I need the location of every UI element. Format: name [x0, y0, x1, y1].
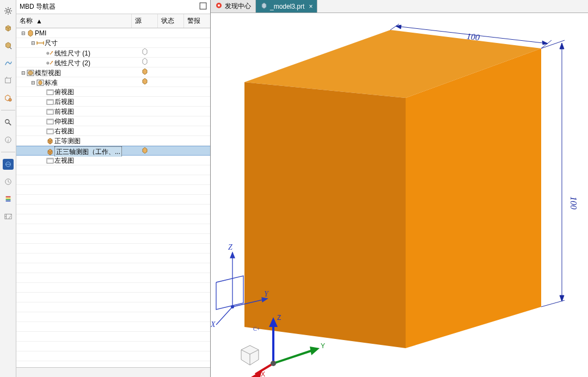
discover-icon — [215, 2, 223, 11]
tree-row-empty — [16, 185, 210, 195]
expand-collapse-icon[interactable]: ⊟ — [30, 38, 36, 47]
tree-row-empty — [16, 283, 210, 293]
expand-collapse-icon[interactable]: ⊟ — [30, 78, 36, 88]
tree-item-label: 左视图 — [54, 156, 74, 165]
tree-row[interactable]: ⊟标准 — [16, 77, 210, 87]
tree-row[interactable]: ⊟尺寸 — [16, 38, 210, 48]
tree-item-label: 后视图 — [54, 97, 74, 106]
tree-row[interactable]: ⊟PMI — [16, 28, 210, 38]
tree-row[interactable]: ⊟模型视图 — [16, 67, 210, 77]
col-header-state[interactable]: 状态 — [158, 14, 184, 28]
svg-rect-34 — [47, 90, 53, 91]
box-icon[interactable] — [3, 75, 14, 86]
view-icon — [46, 157, 54, 164]
tree-row-empty — [16, 195, 210, 205]
tree-cell-alert — [184, 77, 210, 88]
tree-cell-alert — [184, 87, 210, 96]
linear-dim-icon — [46, 50, 54, 57]
svg-rect-42 — [47, 129, 53, 130]
tree-row-empty — [16, 273, 210, 283]
tree-row[interactable]: 线性尺寸 (1) — [16, 48, 210, 58]
svg-rect-22 — [5, 201, 10, 202]
tree-row-empty — [16, 361, 210, 367]
tree-item-label: 模型视图 — [35, 68, 61, 78]
tree-item-label: 右视图 — [54, 126, 74, 135]
config-icon[interactable] — [3, 211, 14, 222]
svg-line-61 — [216, 307, 232, 325]
tab[interactable]: 发现中心 — [211, 0, 256, 13]
axis-z-label: Z — [228, 243, 232, 252]
tree-row-empty — [16, 293, 210, 302]
globe-icon[interactable] — [3, 159, 14, 170]
history-icon[interactable] — [3, 176, 14, 187]
viewcube[interactable] — [238, 343, 262, 367]
triad-x-label: X — [261, 370, 265, 377]
tree-label: 前视图 — [16, 107, 132, 116]
tree-label: 右视图 — [16, 126, 132, 135]
tab-bar: 发现中心_model3.prt× — [211, 0, 588, 13]
tree-row[interactable]: 正三轴测图（工作、... — [16, 146, 210, 156]
tree-cell-source — [132, 126, 158, 135]
tree-row[interactable]: 线性尺寸 (2) — [16, 58, 210, 67]
cube-icon[interactable] — [3, 23, 14, 34]
tree-cell-alert — [184, 107, 210, 116]
axis-x-label: X — [211, 320, 216, 329]
dim-leader-right — [541, 40, 565, 307]
navigator-tree[interactable]: ⊟PMI⊟尺寸线性尺寸 (1)线性尺寸 (2)⊟模型视图⊟标准俯视图后视图前视图… — [16, 28, 210, 367]
tree-label: ⊟PMI — [16, 28, 132, 38]
svg-line-6 — [10, 13, 11, 14]
separator — [1, 110, 15, 110]
search-icon[interactable] — [3, 117, 14, 128]
triad-y-label: Y — [321, 342, 325, 350]
draft-icon[interactable] — [3, 92, 14, 103]
col-header-source[interactable]: 源 — [132, 14, 158, 28]
tree-row[interactable]: 正等测图 — [16, 136, 210, 146]
close-icon[interactable]: × — [309, 3, 313, 10]
tree-cell-source — [132, 116, 158, 126]
svg-point-0 — [7, 9, 9, 12]
tree-item-label: 尺寸 — [45, 38, 58, 47]
tree-item-label: 线性尺寸 (1) — [54, 48, 90, 58]
tree-row[interactable]: 仰视图 — [16, 116, 210, 126]
svg-point-13 — [5, 120, 9, 123]
tree-cell-state — [158, 136, 184, 145]
tree-row[interactable]: 后视图 — [16, 97, 210, 107]
svg-line-11 — [10, 77, 11, 78]
render-icon[interactable] — [3, 194, 14, 205]
svg-line-53 — [541, 300, 565, 307]
svg-point-30 — [47, 63, 48, 64]
tree-row-empty — [16, 205, 210, 214]
tree-row[interactable]: 前视图 — [16, 107, 210, 116]
panel-maximize-icon[interactable] — [199, 2, 207, 11]
gear-icon[interactable] — [3, 5, 14, 16]
navigator-footer — [16, 367, 210, 377]
svg-marker-58 — [230, 252, 235, 258]
tree-cell-source — [132, 67, 158, 78]
svg-line-7 — [5, 13, 7, 14]
info-icon[interactable]: i — [3, 134, 14, 145]
annotate-icon[interactable] — [3, 40, 14, 51]
tree-row-empty — [16, 254, 210, 263]
tree-row[interactable]: 俯视图 — [16, 87, 210, 97]
tree-row[interactable]: 左视图 — [16, 156, 210, 165]
tree-label: ⊟模型视图 — [16, 67, 132, 78]
iso-view-icon — [46, 137, 54, 145]
col-header-name[interactable]: 名称 ▲ — [16, 14, 132, 28]
expand-collapse-icon[interactable]: ⊟ — [21, 28, 26, 38]
tree-item-label: 正等测图 — [54, 136, 81, 145]
tree-row[interactable]: 右视图 — [16, 126, 210, 136]
tree-label: 左视图 — [16, 156, 132, 165]
3d-viewport[interactable]: 100 100 Z Y X — [211, 13, 588, 377]
expand-collapse-icon[interactable]: ⊟ — [21, 68, 26, 78]
tree-row-empty — [16, 165, 210, 175]
spline-icon[interactable] — [3, 58, 14, 69]
tree-cell-alert — [184, 58, 210, 68]
tree-item-label: 标准 — [45, 78, 58, 88]
col-header-alert[interactable]: 警报 — [184, 14, 210, 28]
tab-label: 发现中心 — [225, 2, 251, 11]
tab[interactable]: _model3.prt× — [256, 0, 317, 13]
tree-row-empty — [16, 322, 210, 332]
tree-row-empty — [16, 312, 210, 322]
tree-item-label: 俯视图 — [54, 87, 74, 96]
cube-right-face — [406, 48, 541, 348]
